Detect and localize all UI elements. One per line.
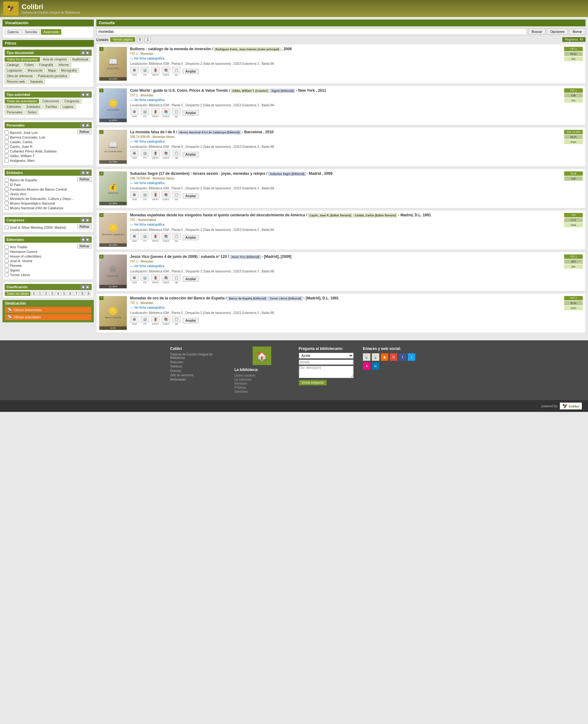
borrar-button[interactable]: Borrar [569, 28, 586, 35]
ed-cb-1[interactable] [5, 249, 9, 254]
social-rss1-icon[interactable]: 📡 [363, 353, 370, 361]
viendo-btn[interactable]: Viendo página [110, 37, 135, 42]
icon-btn-d2e3-2[interactable]: 📚 [162, 108, 170, 115]
clasif-tab-5[interactable]: 5 [62, 291, 67, 296]
icon-btn-dep2-4[interactable]: 🚪 [151, 191, 160, 198]
clasif-tab-0[interactable]: 0 [31, 291, 37, 296]
ed-cb-6[interactable] [5, 273, 9, 277]
icon-btn-p5-1[interactable]: 🏢 [141, 67, 149, 74]
rss-ultimas-autoridades[interactable]: 📡 Últimas autoridades [5, 314, 91, 320]
ent-cb-1[interactable] [5, 183, 9, 186]
icon-btn-igm-1[interactable]: 🏛 [130, 67, 139, 74]
arrow-left-ed[interactable]: ◀ [81, 237, 85, 242]
ed-cb-4[interactable] [5, 263, 9, 267]
ent-cb-5[interactable] [5, 201, 9, 205]
personales-cb-3[interactable] [5, 144, 9, 148]
icon-btn-p5-6[interactable]: 🏢 [141, 274, 149, 281]
tag-lugares[interactable]: Lugares [60, 104, 76, 109]
opciones-button[interactable]: Opciones [547, 28, 568, 35]
icon-btn-9b-3[interactable]: 📋 [172, 150, 181, 157]
arrow-right-per[interactable]: ▶ [85, 123, 90, 127]
social-rss2-icon[interactable]: 📡 [372, 353, 379, 361]
footer-ayuda-select[interactable]: Ayuda [299, 353, 354, 359]
ent-cb-4[interactable] [5, 197, 9, 201]
tag-audiovisual[interactable]: Audiovisual [70, 57, 90, 62]
tag-monografia[interactable]: Monografía [59, 68, 79, 73]
social-linkedin-icon[interactable]: in [372, 362, 379, 370]
icon-btn-d2e3-7[interactable]: 📚 [162, 316, 170, 323]
tag-mapa[interactable]: Mapa [46, 68, 58, 73]
icon-btn-igm-3[interactable]: 🏛 [130, 150, 139, 157]
icon-btn-igm-5[interactable]: 🏛 [130, 233, 139, 240]
ver-ficha-7[interactable]: — Ver ficha catalográfica [130, 306, 561, 309]
author-tag-5[interactable]: Cayón, Juan R. (Editor literario) [308, 214, 352, 217]
footer-message-textarea[interactable] [299, 366, 354, 378]
tag-todas-autoridades[interactable]: Todas las autoridades [5, 99, 39, 103]
tag-entidades[interactable]: Entidades [24, 104, 42, 109]
rss-ultimos-docs[interactable]: 📡 Últimos documentos [5, 307, 91, 313]
ampliar-btn-5[interactable]: Ampliar [183, 235, 199, 240]
tag-catalogo[interactable]: Catálogo [5, 63, 21, 67]
icon-btn-dep2-2[interactable]: 🚪 [151, 108, 160, 115]
clasif-tab-1[interactable]: 1 [37, 291, 43, 296]
arrow-left-per[interactable]: ◀ [81, 123, 85, 127]
footer-link-coleccion[interactable]: La colección [234, 378, 290, 381]
clasif-tab-3[interactable]: 3 [49, 291, 55, 296]
icon-btn-d2e3-4[interactable]: 📚 [162, 191, 170, 198]
editorial-tag-4[interactable]: Subastas Segre (Editorial) [269, 172, 306, 176]
social-flickr-icon[interactable]: ✦ [363, 362, 370, 370]
icon-btn-p5-7[interactable]: 🏢 [141, 316, 149, 323]
ver-ficha-6[interactable]: — Ver ficha catalográfica [130, 264, 561, 268]
ent-cb-6[interactable] [5, 206, 9, 210]
editorial-tag-2[interactable]: Signet (Editorial) [270, 89, 295, 93]
arrow-right-ent[interactable]: ▶ [85, 170, 90, 175]
icon-btn-p5-3[interactable]: 🏢 [141, 150, 149, 157]
tag-familias[interactable]: Familias [43, 104, 59, 109]
tag-personales[interactable]: Personales [5, 110, 24, 115]
personales-cb-5[interactable] [5, 154, 9, 158]
clasif-tab-9[interactable]: 9 [86, 291, 91, 296]
icon-btn-dep2-3[interactable]: 🚪 [151, 150, 160, 157]
tag-colecciones[interactable]: Colecciones [40, 99, 61, 103]
personales-cb-4[interactable] [5, 149, 9, 153]
icon-btn-8a-1[interactable]: 📋 [172, 67, 181, 74]
personales-cb-6[interactable] [5, 158, 9, 162]
tab-sencilla[interactable]: Sencilla [22, 29, 40, 35]
author-tag-1[interactable]: Rodríguez Freire, Juan Antonio (Autor pr… [214, 47, 280, 51]
icon-btn-dep2-7[interactable]: 🚪 [151, 316, 160, 323]
ver-ficha-1[interactable]: — Ver ficha catalográfica [130, 57, 561, 60]
personales-refinar-btn[interactable]: Refinar [78, 129, 92, 134]
entidades-refinar-btn[interactable]: Refinar [78, 177, 92, 182]
clasif-tab-7[interactable]: 7 [74, 291, 79, 296]
con-cb-0[interactable] [5, 225, 9, 229]
icon-btn-8a-5[interactable]: 📋 [172, 233, 181, 240]
tab-avanzada[interactable]: Avanzada [41, 29, 62, 35]
editorial2-tag-5[interactable]: Castán, Carlos (Editor literario) [353, 214, 397, 217]
arrow-right-con[interactable]: ▶ [85, 218, 90, 222]
icon-btn-p5-2[interactable]: 🏢 [141, 108, 149, 115]
icon-btn-d2e3-3[interactable]: 📚 [162, 150, 170, 157]
ent-cb-3[interactable] [5, 192, 9, 196]
congresos-refinar-btn[interactable]: Refinar [78, 224, 92, 229]
tag-obra-ref[interactable]: Obra de referencia [5, 74, 35, 78]
page-btn-0[interactable]: 0 [137, 37, 143, 42]
arrow-right-td[interactable]: ▶ [85, 51, 90, 55]
tag-series[interactable]: Series [25, 110, 38, 115]
tab-galeria[interactable]: Galería [5, 29, 21, 35]
ver-ficha-2[interactable]: — Ver ficha catalográfica [130, 98, 561, 102]
icon-btn-dep2-6[interactable]: 🚪 [151, 274, 160, 281]
ent-cb-0[interactable] [5, 178, 9, 182]
ed-cb-2[interactable] [5, 254, 9, 258]
social-twitter-icon[interactable]: t [408, 353, 415, 361]
ver-ficha-5[interactable]: — Ver ficha catalográfica [130, 223, 561, 226]
icon-btn-d2e3-6[interactable]: 📚 [162, 274, 170, 281]
social-rss3-icon[interactable]: ◉ [381, 353, 388, 361]
arrow-right-ta[interactable]: ▶ [85, 92, 90, 97]
icon-btn-d2e3-5[interactable]: 📚 [162, 233, 170, 240]
ver-ficha-4[interactable]: — Ver ficha catalográfica [130, 181, 561, 185]
ed-cb-5[interactable] [5, 268, 9, 272]
buscar-button[interactable]: Buscar [528, 28, 546, 35]
icon-btn-d2e3-1[interactable]: 📚 [162, 67, 170, 74]
ed-cb-3[interactable] [5, 259, 9, 263]
arrow-left-ent[interactable]: ◀ [81, 170, 85, 175]
